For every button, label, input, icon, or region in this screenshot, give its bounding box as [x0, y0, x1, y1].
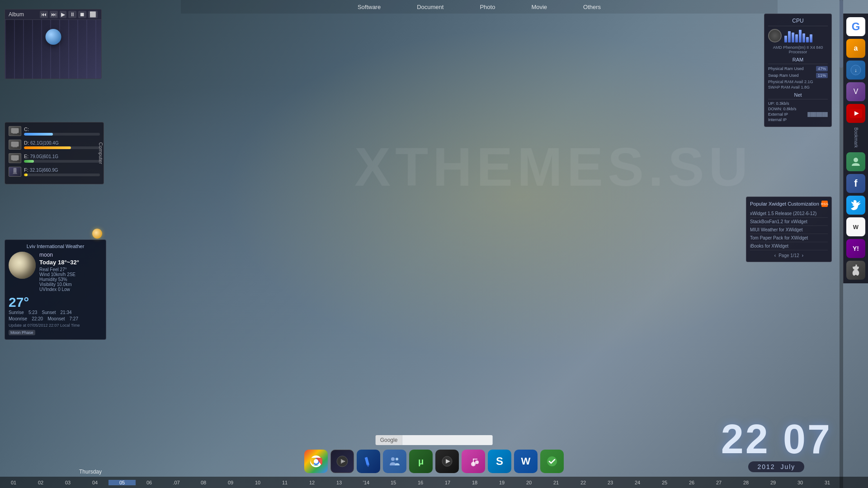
date-12: 12 — [298, 480, 326, 485]
weather-visibility: Visibility 10.0km — [39, 282, 102, 287]
physical-ram-used-label: Physical Ram Used — [768, 66, 804, 71]
svg-point-23 — [547, 456, 557, 466]
external-ip-value: ███████ — [807, 112, 828, 117]
svg-rect-0 — [11, 128, 19, 133]
sunrise-time: 5:23 — [28, 310, 37, 315]
date-02: 02 — [27, 480, 54, 485]
weather-moon-row: Moonrise 22:20 Moonset 7:27 — [9, 316, 102, 321]
cpu-title: CPU — [768, 18, 828, 26]
internal-ip-label: Internal IP — [768, 117, 787, 122]
net-up-row: UP: 0.3kb/s — [768, 101, 828, 106]
drive-f-label: F: 32.1G|660.9G — [24, 167, 100, 173]
album-title-bar: Album ⏮ ⏭ ▶ ⏸ ⏹ ⬜ — [5, 9, 101, 20]
sidebar-dc[interactable]: ↓ — [846, 61, 865, 80]
dock-quicktime[interactable] — [330, 450, 354, 473]
dock: μ S W — [304, 450, 564, 473]
nav-movie[interactable]: Movie — [527, 2, 552, 12]
album-prev-btn[interactable]: ⏮ — [40, 11, 48, 18]
sidebar-amazon[interactable]: a — [846, 39, 865, 58]
dock-users[interactable] — [383, 450, 406, 473]
svg-rect-4 — [11, 155, 19, 160]
date-05: 05 — [108, 480, 136, 485]
sidebar-youtube[interactable] — [846, 104, 865, 123]
album-pause-btn[interactable]: ⏸ — [68, 11, 76, 18]
moonrise-label: Moonrise — [9, 316, 27, 321]
search-bar: Google — [376, 435, 493, 445]
dock-app[interactable] — [540, 450, 564, 473]
xwidget-prev-btn[interactable]: ‹ — [774, 253, 776, 258]
album-stop-btn[interactable]: ⏹ — [78, 11, 86, 18]
nav-software[interactable]: Software — [353, 2, 385, 12]
svg-rect-2 — [11, 142, 19, 146]
dock-utorrent[interactable]: μ — [409, 450, 433, 473]
album-play-btn[interactable]: ▶ — [60, 11, 66, 18]
search-label: Google — [376, 435, 402, 445]
sidebar-google[interactable]: G — [846, 17, 865, 36]
news-item-2[interactable]: StackBoxFan1.2 for xWidget — [750, 218, 828, 226]
album-widget: Album ⏮ ⏭ ▶ ⏸ ⏹ ⬜ — [5, 9, 102, 79]
weather-update: Update at 07/05/2012 22:07 Local Time — [9, 323, 102, 328]
album-next-btn[interactable]: ⏭ — [50, 11, 58, 18]
sidebar-apple[interactable] — [846, 261, 865, 280]
news-item-3[interactable]: MIUI Weather for XWidget — [750, 226, 828, 234]
cpu-bar-6 — [802, 33, 805, 42]
album-title: Album — [9, 11, 24, 18]
sidebar-wikipedia[interactable]: W — [846, 217, 865, 236]
news-item-5[interactable]: iBooks for XWidget — [750, 242, 828, 250]
svg-point-20 — [475, 460, 479, 464]
svg-point-28 — [854, 158, 858, 162]
weather-sun-row: Sunrise 5:23 Sunset 21:34 — [9, 310, 102, 315]
sidebar-yahoo[interactable]: Y! — [846, 239, 865, 258]
date-19: 19 — [488, 480, 515, 485]
cpu-bar-5 — [799, 30, 802, 42]
dock-word[interactable]: W — [514, 450, 538, 473]
dock-pencil[interactable] — [357, 450, 380, 473]
album-controls: ⏮ ⏭ ▶ ⏸ ⏹ ⬜ — [40, 11, 98, 18]
sidebar-bookmark-label[interactable]: Bookmark — [853, 126, 859, 150]
nav-photo[interactable]: Photo — [475, 2, 500, 12]
nav-others[interactable]: Others — [579, 2, 605, 12]
sidebar-twitter[interactable] — [846, 196, 865, 215]
right-sidebar: G a ↓ V Bookmark f W Y! — [843, 14, 868, 283]
news-item-4[interactable]: Tom Paper Pack for XWidget — [750, 234, 828, 242]
drive-e-bar-bg — [24, 160, 100, 163]
computer-widget: C: D: 62.1G|100.4G E: 79.0G|601.1G — [5, 122, 104, 184]
clock-time: 22 07 — [721, 419, 832, 460]
net-down-row: DOWN: 0.8kb/s — [768, 107, 828, 111]
drive-c-info: C: — [24, 127, 100, 136]
sidebar-facebook[interactable]: f — [846, 174, 865, 193]
dock-skype[interactable]: S — [488, 450, 511, 473]
dock-chrome[interactable] — [304, 450, 328, 473]
date-04: 04 — [81, 480, 108, 485]
right-scrollbar[interactable] — [840, 0, 843, 488]
sun-icon — [92, 229, 102, 239]
physical-ram-avail: Physical RAM Avail 2.1G — [768, 80, 828, 84]
date-13: 13 — [326, 480, 353, 485]
drive-e-label: E: 79.0G|601.1G — [24, 154, 100, 159]
sunset-label: Sunset — [42, 310, 56, 315]
cpu-bar-3 — [792, 33, 794, 42]
sidebar-viber[interactable]: V — [846, 82, 865, 101]
swap-ram-used-value: 11% — [816, 73, 828, 78]
album-window-btn[interactable]: ⬜ — [88, 11, 98, 18]
xwidget-next-btn[interactable]: › — [802, 253, 803, 258]
cpu-bar-2 — [788, 31, 791, 42]
news-item-1[interactable]: xWidget 1.5 Release (2012-6-12) — [750, 210, 828, 218]
sidebar-contacts[interactable] — [846, 152, 865, 171]
date-29: 29 — [760, 480, 787, 485]
xwidget-page: Page 1/12 — [778, 253, 799, 258]
right-scrollbar-thumb[interactable] — [840, 0, 843, 68]
external-ip-row: External IP ███████ — [768, 112, 828, 117]
dock-itunes[interactable] — [462, 450, 485, 473]
computer-label: Computer — [98, 142, 104, 164]
external-ip-label: External IP — [768, 112, 788, 117]
nav-document[interactable]: Document — [412, 2, 448, 12]
cpu-graph-area — [768, 29, 828, 42]
cpu-circle — [768, 29, 782, 42]
weather-feel: Real Feel 27° — [39, 267, 102, 272]
dock-media-player[interactable] — [435, 450, 459, 473]
search-input[interactable] — [402, 435, 492, 445]
drive-f-icon — [9, 167, 21, 177]
physical-ram-used-row: Physical Ram Used 47% — [768, 66, 828, 71]
moon-phase-button[interactable]: Moon Phase — [9, 330, 35, 335]
